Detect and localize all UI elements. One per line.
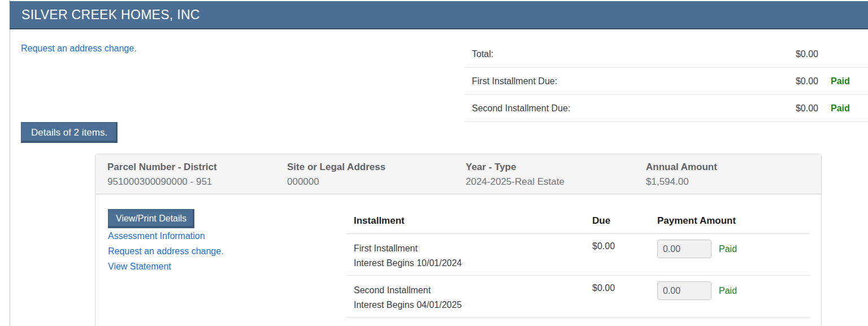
column-value: 951000300090000 - 951: [107, 176, 287, 188]
paid-status-label: Paid: [719, 281, 737, 300]
summary-row-first-installment: First Installment Due: $0.00 Paid: [465, 68, 868, 95]
installment-payment-cell: Paid: [657, 276, 810, 317]
summary-label: First Installment Due:: [465, 76, 773, 86]
installment-note: Interest Begins 10/01/2024: [354, 256, 592, 271]
installment-name: First Installment: [354, 241, 592, 256]
parcel-card-header: Parcel Number - District 951000300090000…: [96, 154, 821, 194]
view-statement-link[interactable]: View Statement: [108, 262, 171, 272]
address-change-link[interactable]: Request an address change.: [21, 44, 137, 54]
summary-amount: $0.00: [773, 103, 818, 114]
summary-amount: $0.00: [773, 49, 818, 59]
column-label: Annual Amount: [646, 162, 821, 173]
column-label: Site or Legal Address: [287, 162, 466, 173]
installments-table-header: Installment Due Payment Amount: [346, 208, 810, 234]
year-type-column: Year - Type 2024-2025-Real Estate: [466, 162, 646, 194]
payment-amount-input[interactable]: [657, 281, 711, 300]
column-header-payment-amount: Payment Amount: [657, 215, 810, 227]
summary-row-second-installment: Second Installment Due: $0.00 Paid: [465, 95, 868, 122]
column-value: 000000: [287, 176, 466, 188]
view-print-details-button[interactable]: View/Print Details: [108, 209, 194, 228]
account-header-bar: SILVER CREEK HOMES, INC: [10, 1, 868, 29]
parcel-number-column: Parcel Number - District 951000300090000…: [107, 162, 287, 194]
address-change-link[interactable]: Request an address change.: [108, 246, 224, 257]
installment-note: Interest Begins 04/01/2025: [354, 298, 592, 312]
installment-due-cell: $0.00: [592, 276, 657, 317]
summary-amount: $0.00: [773, 76, 818, 86]
installment-payment-cell: Paid: [657, 234, 810, 275]
column-header-installment: Installment: [346, 215, 592, 227]
paid-status-label: Paid: [719, 240, 737, 258]
site-address-column: Site or Legal Address 000000: [287, 162, 466, 194]
installment-name-cell: Second Installment Interest Begins 04/01…: [346, 276, 592, 317]
page: SILVER CREEK HOMES, INC Request an addre…: [0, 0, 868, 326]
column-label: Year - Type: [466, 162, 646, 173]
column-label: Parcel Number - District: [107, 162, 287, 173]
page-title: SILVER CREEK HOMES, INC: [21, 7, 200, 23]
summary-label: Second Installment Due:: [465, 103, 773, 114]
table-row-second-installment: Second Installment Interest Begins 04/01…: [346, 276, 810, 318]
left-divider: [10, 0, 10, 326]
parcel-card: Parcel Number - District 951000300090000…: [95, 154, 822, 326]
summary-table: Total: $0.00 First Installment Due: $0.0…: [465, 41, 868, 122]
status-badge: Paid: [818, 103, 868, 114]
installment-name: Second Installment: [354, 283, 592, 298]
assessment-information-link[interactable]: Assessment Information: [108, 231, 205, 241]
installment-name-cell: First Installment Interest Begins 10/01/…: [346, 234, 592, 275]
column-value: 2024-2025-Real Estate: [466, 176, 646, 188]
summary-row-total: Total: $0.00: [465, 41, 868, 68]
column-value: $1,594.00: [646, 176, 821, 188]
payment-amount-input[interactable]: [657, 240, 711, 258]
annual-amount-column: Annual Amount $1,594.00: [646, 162, 821, 194]
table-row-first-installment: First Installment Interest Begins 10/01/…: [346, 234, 810, 276]
status-badge: Paid: [818, 76, 868, 86]
installment-due-cell: $0.00: [592, 234, 657, 275]
column-header-due: Due: [592, 215, 657, 227]
summary-label: Total:: [465, 49, 773, 59]
installments-table: Installment Due Payment Amount First Ins…: [346, 208, 810, 318]
details-toggle-button[interactable]: Details of 2 items.: [21, 122, 118, 143]
